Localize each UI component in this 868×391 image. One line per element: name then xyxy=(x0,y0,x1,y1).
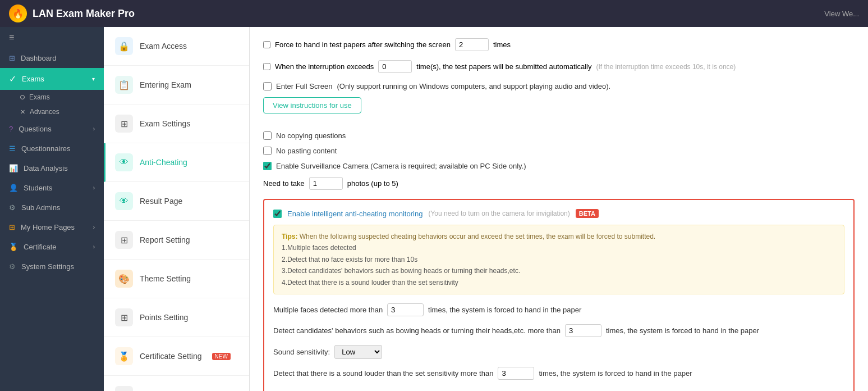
main-layout: ≡ ⊞ Dashboard ✓ Exams ▾ Exams ✕ Advances… xyxy=(0,27,868,391)
enable-camera-row: Enable Surveillance Camera (Camera is re… xyxy=(263,162,855,170)
tips-list: 1.Multiple faces detected 2.Detect that … xyxy=(282,242,836,288)
sidebar-item-questionnaires[interactable]: ☰ Questionnaires xyxy=(0,139,104,158)
system-settings-icon: ⚙ xyxy=(9,262,16,271)
sidebar-item-label: Dashboard xyxy=(21,54,57,62)
sidebar-item-exams[interactable]: ✓ Exams ▾ xyxy=(0,68,104,90)
beta-header: Enable intelligent anti-cheating monitor… xyxy=(273,209,844,218)
multiple-faces-label-before: Multiple faces detected more than xyxy=(273,306,383,314)
interruption-checkbox[interactable] xyxy=(263,63,270,70)
sub-panel-points-setting[interactable]: ⊞ Points Setting xyxy=(104,298,249,337)
dashboard-icon: ⊞ xyxy=(9,54,15,62)
entering-exam-icon: 📋 xyxy=(115,76,133,94)
detect-behaviors-input[interactable] xyxy=(565,324,601,337)
sidebar-item-label: Exams xyxy=(22,75,44,83)
sound-sensitivity-label: Sound sensitivity: xyxy=(273,348,330,356)
app-logo: 🔥 xyxy=(9,4,27,22)
sound-sensitivity-row: Sound sensitivity: Low Medium High xyxy=(273,345,844,359)
questionnaires-icon: ☰ xyxy=(9,144,16,153)
sidebar-item-certificate[interactable]: 🏅 Certificate › xyxy=(0,237,104,257)
beta-box: Enable intelligent anti-cheating monitor… xyxy=(263,199,855,391)
sidebar-item-students[interactable]: 👤 Students › xyxy=(0,178,104,198)
sub-panel-report-setting[interactable]: ⊞ Report Setting xyxy=(104,221,249,260)
sound-detect-input[interactable] xyxy=(498,367,534,380)
detect-behaviors-label-after: times, the system is forced to hand in t… xyxy=(606,326,759,335)
full-screen-row: Enter Full Screen (Only support running … xyxy=(263,82,855,90)
tips-label: Tips: xyxy=(282,233,297,240)
force-hand-in-label-after: times xyxy=(493,40,511,49)
chevron-right-icon: › xyxy=(93,244,95,250)
no-pasting-checkbox[interactable] xyxy=(263,147,272,155)
multiple-faces-row: Multiple faces detected more than times,… xyxy=(273,303,844,316)
need-take-label-after: photos (up to 5) xyxy=(347,179,398,188)
chevron-down-icon: ▾ xyxy=(92,76,95,82)
view-instructions-button[interactable]: View instructions for use xyxy=(263,97,361,113)
sub-panel-entering-exam[interactable]: 📋 Entering Exam xyxy=(104,66,249,104)
detect-behaviors-row: Detect candidates' behaviors such as bow… xyxy=(273,324,844,337)
sub-panel-exam-settings[interactable]: ⊞ Exam Settings xyxy=(104,104,249,143)
sidebar-sub-advances[interactable]: ✕ Advances xyxy=(0,104,104,119)
need-take-row: Need to take photos (up to 5) xyxy=(263,177,855,190)
enable-camera-checkbox[interactable] xyxy=(263,162,272,170)
view-more-button[interactable]: View We... xyxy=(824,10,859,18)
interruption-row: When the interruption exceeds time(s), t… xyxy=(263,60,855,73)
beta-enable-checkbox[interactable] xyxy=(273,210,282,218)
sub-panel-label: Report Setting xyxy=(140,235,190,244)
force-hand-in-input[interactable] xyxy=(455,38,489,51)
sidebar-item-sub-admins[interactable]: ⚙ Sub Admins xyxy=(0,198,104,217)
sub-panel-result-page[interactable]: 👁 Result Page xyxy=(104,182,249,221)
interruption-label-before: When the interruption exceeds xyxy=(275,62,374,71)
sidebar-item-label: Sub Admins xyxy=(21,203,60,212)
sidebar-item-questions[interactable]: ? Questions › xyxy=(0,119,104,139)
tips-list-item: 2.Detect that no face exists for more th… xyxy=(282,254,836,265)
sub-panel-exam-access[interactable]: 🔒 Exam Access xyxy=(104,27,249,66)
sub-panel-marking-setting[interactable]: ⊞ Marking Setting xyxy=(104,376,249,391)
hamburger-icon[interactable]: ≡ xyxy=(0,27,104,48)
multiple-faces-input[interactable] xyxy=(387,303,424,316)
header-left: 🔥 LAN Exam Maker Pro xyxy=(9,4,135,22)
chevron-right-icon: › xyxy=(93,185,95,191)
questions-icon: ? xyxy=(9,125,13,133)
sidebar-sub-exams[interactable]: Exams xyxy=(0,90,104,104)
enable-camera-label: Enable Surveillance Camera (Camera is re… xyxy=(276,162,526,170)
sub-panel-label: Exam Access xyxy=(140,42,187,51)
full-screen-label: Enter Full Screen xyxy=(276,82,332,90)
sub-panel-label: Anti-Cheating xyxy=(140,158,187,167)
beta-badge: BETA xyxy=(576,209,599,218)
need-take-label-before: Need to take xyxy=(263,179,305,188)
sound-detect-label-before: Detect that there is a sound louder than… xyxy=(273,369,493,378)
result-page-icon: 👁 xyxy=(115,192,133,210)
no-pasting-label: No pasting content xyxy=(276,147,337,155)
students-icon: 👤 xyxy=(9,184,18,192)
new-badge: NEW xyxy=(212,353,231,360)
sub-panel-theme-setting[interactable]: 🎨 Theme Setting xyxy=(104,260,249,298)
force-hand-in-checkbox[interactable] xyxy=(263,41,270,48)
exams-icon: ✓ xyxy=(9,74,16,84)
app-title: LAN Exam Maker Pro xyxy=(33,8,135,20)
x-icon: ✕ xyxy=(20,108,25,116)
sidebar-item-dashboard[interactable]: ⊞ Dashboard xyxy=(0,48,104,68)
tips-list-item: 1.Multiple faces detected xyxy=(282,242,836,253)
anti-cheating-icon: 👁 xyxy=(115,153,133,171)
sub-panel-label: Exam Settings xyxy=(140,119,190,128)
interruption-label-after: time(s), the test papers will be submitt… xyxy=(416,62,591,71)
sidebar-item-data-analysis[interactable]: 📊 Data Analysis xyxy=(0,158,104,178)
sub-panel-label: Theme Setting xyxy=(140,274,191,283)
sub-panel-label: Certificate Setting xyxy=(140,352,202,361)
sound-sensitivity-select[interactable]: Low Medium High xyxy=(334,345,382,359)
need-take-input[interactable] xyxy=(309,177,343,190)
data-analysis-icon: 📊 xyxy=(9,164,18,172)
chevron-right-icon: › xyxy=(93,224,95,230)
sidebar-item-system-settings[interactable]: ⚙ System Settings xyxy=(0,257,104,276)
certificate-setting-icon: 🏅 xyxy=(115,347,133,365)
detect-behaviors-label-before: Detect candidates' behaviors such as bow… xyxy=(273,326,561,335)
sound-detect-label-after: times, the system is forced to hand in t… xyxy=(539,369,692,378)
sub-panel-anti-cheating[interactable]: 👁 Anti-Cheating xyxy=(104,143,249,182)
sidebar-item-my-home-pages[interactable]: ⊞ My Home Pages › xyxy=(0,217,104,237)
tips-list-item: 4.Detect that there is a sound louder th… xyxy=(282,277,836,288)
no-copying-checkbox[interactable] xyxy=(263,131,272,140)
full-screen-checkbox[interactable] xyxy=(263,82,272,90)
force-hand-in-label-before: Force to hand in test papers after switc… xyxy=(275,40,451,49)
interruption-input[interactable] xyxy=(378,60,412,73)
sidebar-item-label: Certificate xyxy=(24,243,57,251)
sub-panel-certificate-setting[interactable]: 🏅 Certificate Setting NEW xyxy=(104,337,249,376)
